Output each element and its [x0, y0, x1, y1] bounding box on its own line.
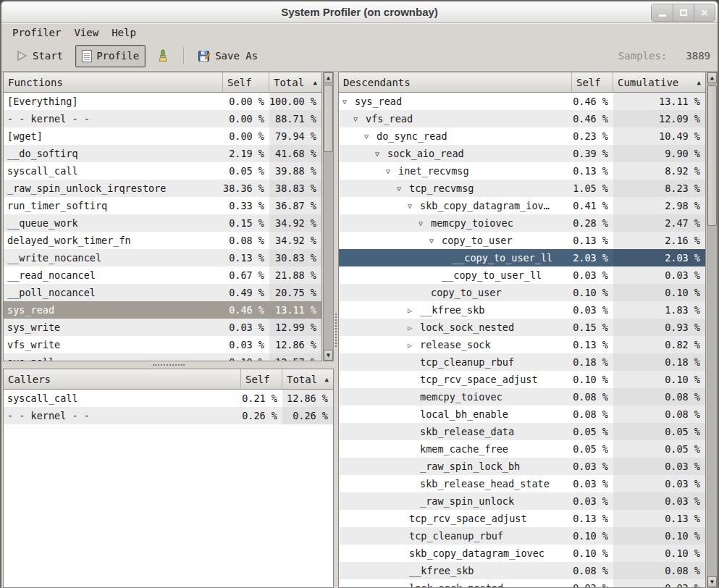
table-row[interactable]: __read_nocancel0.67 %21.88 % [4, 266, 321, 284]
tree-indent [342, 571, 397, 571]
table-row[interactable]: skb_release_head_state0.03 %0.03 % [339, 475, 705, 492]
function-name: sock_aio_read [387, 148, 464, 159]
descendants-column-header[interactable]: Descendants [339, 72, 572, 93]
table-row[interactable]: syscall_call0.05 %39.88 % [4, 162, 321, 180]
menu-profiler[interactable]: Profiler [7, 25, 66, 40]
horizontal-splitter[interactable] [3, 361, 334, 369]
clear-button[interactable] [150, 44, 176, 67]
functions-scrollbar[interactable]: ▲ ▼ [323, 72, 334, 361]
self-column-header[interactable]: Self [241, 369, 282, 390]
table-row[interactable]: - - kernel - -0.26 %0.26 % [4, 407, 333, 424]
table-row[interactable]: ▽sock_aio_read0.39 %9.90 % [339, 145, 705, 162]
self-column-header[interactable]: Self [572, 72, 613, 93]
scroll-down-button[interactable]: ▼ [707, 576, 717, 587]
table-row[interactable]: ▽vfs_read0.46 %12.09 % [339, 110, 705, 127]
table-row[interactable]: __queue_work0.15 %34.92 % [4, 214, 321, 232]
total-column-header[interactable]: Total▲ [269, 72, 321, 93]
table-row[interactable]: ▷lock_sock_nested0.15 %0.93 % [339, 319, 705, 336]
function-name: _raw_spin_lock_bh [420, 461, 520, 472]
expander-open-icon[interactable]: ▽ [364, 133, 377, 140]
functions-column-header[interactable]: Functions [4, 72, 223, 93]
scroll-up-button[interactable]: ▲ [707, 72, 717, 83]
function-name-cell: __read_nocancel [4, 266, 223, 284]
descendants-scrollbar[interactable]: ▲ ▼ [707, 72, 718, 588]
expander-closed-icon[interactable]: ▷ [408, 341, 420, 349]
table-row[interactable]: tcp_cleanup_rbuf0.18 %0.18 % [339, 353, 705, 371]
table-row[interactable]: vfs_write0.03 %12.86 % [4, 336, 321, 353]
function-name-cell: __copy_to_user_ll [339, 266, 572, 284]
save-as-button[interactable]: Save As [191, 44, 264, 67]
table-row[interactable]: __poll_nocancel0.49 %20.75 % [4, 284, 321, 301]
self-percent-cell: 0.49 % [223, 284, 269, 301]
expander-open-icon[interactable]: ▽ [397, 185, 409, 193]
table-row[interactable]: _raw_spin_lock_bh0.03 %0.03 % [339, 458, 705, 475]
expander-closed-icon[interactable]: ▷ [408, 324, 420, 332]
table-row[interactable]: syscall_call0.21 %12.86 % [4, 390, 333, 407]
table-row[interactable]: skb_copy_datagram_iovec0.10 %0.10 % [339, 545, 705, 562]
table-row[interactable]: ▽tcp_recvmsg1.05 %8.23 % [339, 180, 705, 197]
table-row[interactable]: __do_softirq2.19 %41.68 % [4, 145, 321, 162]
scrollbar-thumb[interactable] [324, 85, 333, 152]
table-row[interactable]: tcp_cleanup_rbuf0.10 %0.10 % [339, 527, 705, 545]
expander-closed-icon[interactable]: ▷ [408, 306, 420, 314]
table-row[interactable]: [wget]0.00 %79.94 % [4, 127, 321, 145]
table-row[interactable]: delayed_work_timer_fn0.08 %34.92 % [4, 232, 321, 249]
total-column-header[interactable]: Total▲ [282, 369, 333, 390]
expander-open-icon[interactable]: ▽ [386, 167, 398, 175]
table-row[interactable]: ▷__kfree_skb0.03 %1.83 % [339, 301, 705, 319]
expander-open-icon[interactable]: ▽ [342, 98, 355, 106]
maximize-icon [680, 9, 687, 16]
table-row[interactable]: sys_poll0.10 %12.57 % [4, 353, 321, 361]
table-row[interactable]: __kfree_skb0.08 %0.08 % [339, 562, 705, 579]
total-percent-cell: 8.92 % [613, 162, 705, 180]
table-row[interactable]: copy_to_user0.10 %0.10 % [339, 284, 705, 301]
table-row[interactable]: tcp_rcv_space_adjust0.10 %0.10 % [339, 371, 705, 388]
functions-rows: [Everything]0.00 %100.00 %- - kernel - -… [4, 93, 321, 361]
scroll-down-button[interactable]: ▼ [324, 350, 333, 361]
table-row[interactable]: - - kernel - -0.00 %88.71 % [4, 110, 321, 127]
function-name-cell: run_timer_softirq [4, 197, 223, 214]
expander-open-icon[interactable]: ▽ [353, 115, 366, 123]
table-row[interactable]: __copy_to_user_ll2.03 %2.03 % [339, 249, 705, 266]
table-row[interactable]: ▽inet_recvmsg0.13 %8.92 % [339, 162, 705, 180]
titlebar[interactable]: System Profiler (on crownbay) ✕ [1, 1, 718, 23]
scroll-up-button[interactable]: ▲ [324, 72, 333, 83]
table-row[interactable]: memcpy_toiovec0.08 %0.08 % [339, 388, 705, 406]
table-row[interactable]: _raw_spin_unlock0.03 %0.03 % [339, 492, 705, 510]
close-button[interactable]: ✕ [694, 4, 715, 21]
table-row[interactable]: skb_release_data0.05 %0.05 % [339, 423, 705, 440]
expander-open-icon[interactable]: ▽ [408, 202, 420, 210]
table-row[interactable]: ▽do_sync_read0.23 %10.49 % [339, 127, 705, 145]
table-row[interactable]: _raw_spin_unlock_irqrestore38.36 %38.83 … [4, 180, 321, 197]
table-row[interactable]: ▽copy_to_user0.13 %2.16 % [339, 232, 705, 249]
table-row[interactable]: ▽skb_copy_datagram_iov…0.41 %2.98 % [339, 197, 705, 214]
start-button[interactable]: Start [9, 44, 70, 67]
table-row[interactable]: ▽sys_read0.46 %13.11 % [339, 93, 705, 110]
table-row[interactable]: sys_read0.46 %13.11 % [4, 301, 321, 319]
table-row[interactable]: local_bh_enable0.08 %0.08 % [339, 406, 705, 423]
table-row[interactable]: ▽memcpy_toiovec0.28 %2.47 % [339, 214, 705, 232]
profile-toggle-button[interactable]: Profile [75, 45, 146, 67]
self-column-header[interactable]: Self [223, 72, 269, 93]
table-row[interactable]: [Everything]0.00 %100.00 % [4, 93, 321, 110]
table-row[interactable]: lock_sock_nested0.03 %0.03 % [339, 579, 705, 587]
maximize-button[interactable] [673, 4, 694, 21]
table-row[interactable]: sys_write0.03 %12.99 % [4, 319, 321, 336]
table-row[interactable]: kmem_cache_free0.05 %0.05 % [339, 440, 705, 458]
expander-open-icon[interactable]: ▽ [375, 150, 387, 158]
cumulative-column-header[interactable]: Cumulative▲ [613, 72, 705, 93]
scrollbar-thumb[interactable] [707, 85, 717, 226]
function-name-cell: sys_poll [4, 353, 223, 361]
menu-view[interactable]: View [69, 25, 104, 40]
table-row[interactable]: ▷release_sock0.13 %0.82 % [339, 336, 705, 353]
function-name: [wget] [7, 130, 43, 142]
menu-help[interactable]: Help [106, 25, 141, 40]
table-row[interactable]: run_timer_softirq0.33 %36.87 % [4, 197, 321, 214]
table-row[interactable]: tcp_rcv_space_adjust0.13 %0.13 % [339, 510, 705, 527]
minimize-button[interactable] [652, 4, 673, 21]
table-row[interactable]: __write_nocancel0.13 %30.83 % [4, 249, 321, 266]
table-row[interactable]: __copy_to_user_ll0.03 %0.03 % [339, 266, 705, 284]
expander-open-icon[interactable]: ▽ [419, 219, 431, 227]
expander-open-icon[interactable]: ▽ [429, 237, 442, 245]
callers-column-header[interactable]: Callers [4, 369, 241, 390]
